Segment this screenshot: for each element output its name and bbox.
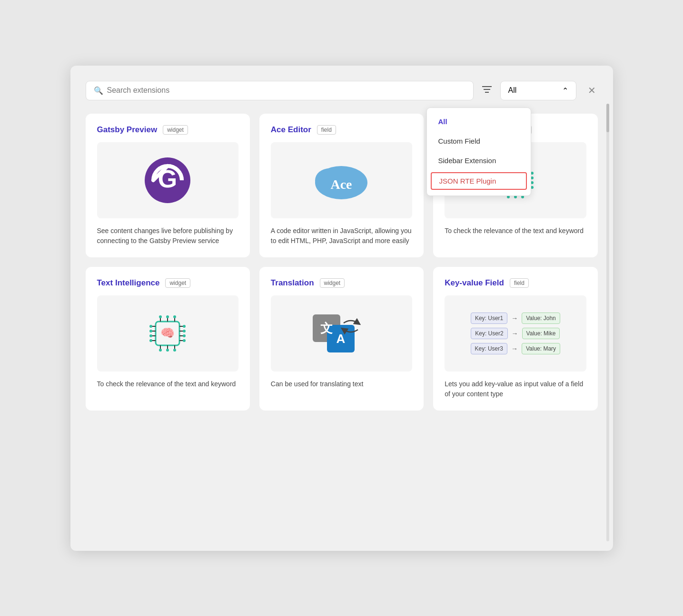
kv-val-3: Value: Mary [522, 343, 560, 354]
svg-point-67 [159, 349, 162, 352]
extensions-modal: 🔍 All ⌃ ✕ All Custom Field Sidebar Exten… [70, 66, 613, 551]
card-keyvalue-title: Key-value Field [445, 278, 504, 288]
chevron-up-icon: ⌃ [562, 86, 568, 95]
card-keyvalue-image: Key: User1 → Value: John Key: User2 → Va… [445, 295, 586, 372]
dropdown-item-sidebar-extension[interactable]: Sidebar Extension [427, 151, 531, 170]
card-text-intel-desc: To check the relevance of the text and k… [97, 379, 238, 389]
kv-key-3: Key: User3 [471, 343, 507, 354]
card-gatsby-badge: widget [163, 125, 188, 135]
card-keyvalue-badge: field [510, 278, 529, 288]
svg-text:文: 文 [320, 321, 333, 335]
svg-point-62 [183, 334, 186, 337]
kv-row-2: Key: User2 → Value: Mike [471, 328, 560, 339]
svg-text:A: A [337, 332, 346, 346]
type-dropdown-menu: All Custom Field Sidebar Extension JSON … [426, 108, 531, 196]
card-translation-title: Translation [271, 278, 314, 288]
kv-row-3: Key: User3 → Value: Mary [471, 343, 561, 354]
dropdown-item-custom-field[interactable]: Custom Field [427, 131, 531, 151]
search-icon: 🔍 [94, 86, 103, 95]
svg-point-61 [183, 330, 186, 332]
kv-row-1: Key: User1 → Value: John [471, 313, 560, 324]
svg-text:🧠: 🧠 [160, 326, 175, 340]
card-text-intelligence: Text Intelligence widget 🧠 [86, 267, 250, 411]
gatsby-logo-svg: G [144, 156, 191, 204]
filter-icon [482, 86, 492, 93]
card-gatsby-image: G [97, 142, 238, 218]
kv-illustration: Key: User1 → Value: John Key: User2 → Va… [471, 313, 561, 354]
card-ace-title: Ace Editor [271, 125, 311, 135]
search-box: 🔍 [86, 81, 474, 100]
svg-point-33 [531, 186, 534, 189]
svg-point-68 [166, 349, 169, 352]
svg-point-63 [183, 339, 186, 342]
scrollbar[interactable] [606, 104, 609, 541]
card-text-intel-image: 🧠 [97, 295, 238, 372]
card-gatsby-title: Gatsby Preview [97, 125, 158, 135]
card-keyvalue-header: Key-value Field field [445, 278, 586, 288]
dropdown-item-json-rte-plugin[interactable]: JSON RTE Plugin [431, 172, 527, 190]
search-input[interactable] [107, 86, 465, 95]
card-text-intel-title: Text Intelligence [97, 278, 160, 288]
card-ace-editor: Ace Editor field Ace A code editor writt… [259, 114, 424, 257]
dropdown-selected-label: All [508, 86, 517, 95]
svg-point-31 [531, 176, 534, 179]
translation-svg: 文 A [310, 310, 372, 357]
kv-key-2: Key: User2 [471, 328, 507, 339]
kv-val-1: Value: John [522, 313, 560, 324]
ai-chip-svg-2: 🧠 [144, 310, 191, 357]
card-translation-image: 文 A [271, 295, 412, 372]
card-translation: Translation widget 文 A [259, 267, 424, 411]
modal-header: 🔍 All ⌃ ✕ All Custom Field Sidebar Exten… [86, 81, 598, 100]
svg-point-30 [531, 172, 534, 175]
card-ace-desc: A code editor written in JavaScript, all… [271, 226, 412, 246]
scrollbar-thumb[interactable] [606, 104, 609, 132]
svg-point-64 [159, 315, 162, 318]
type-filter-dropdown[interactable]: All ⌃ [500, 81, 576, 100]
card-translation-header: Translation widget [271, 278, 412, 288]
svg-text:Ace: Ace [331, 177, 352, 192]
svg-text:G: G [158, 165, 177, 193]
card-translation-desc: Can be used for translating text [271, 379, 412, 389]
card-ace-badge: field [317, 125, 336, 135]
card-gatsby-preview: Gatsby Preview widget G See content chan… [86, 114, 250, 257]
svg-point-32 [531, 181, 534, 184]
close-button[interactable]: ✕ [586, 83, 598, 98]
card-text-intel-header: Text Intelligence widget [97, 278, 238, 288]
card-gatsby-header: Gatsby Preview widget [97, 125, 238, 135]
kv-arrow-2: → [512, 330, 518, 337]
card-xt-desc: To check the relevance of the text and k… [445, 226, 586, 236]
card-text-intel-badge: widget [165, 278, 190, 288]
svg-point-58 [149, 334, 152, 337]
svg-point-69 [173, 349, 176, 352]
svg-point-59 [149, 339, 152, 342]
svg-point-60 [183, 325, 186, 328]
kv-arrow-1: → [511, 314, 518, 322]
kv-arrow-3: → [511, 345, 518, 352]
filter-button[interactable] [479, 83, 495, 98]
svg-point-56 [149, 325, 152, 328]
card-ace-image: Ace [271, 142, 412, 218]
ace-logo-svg: Ace [308, 156, 375, 204]
svg-point-66 [173, 315, 176, 318]
card-gatsby-desc: See content changes live before publishi… [97, 226, 238, 246]
kv-key-1: Key: User1 [471, 313, 507, 324]
card-keyvalue-field: Key-value Field field Key: User1 → Value… [433, 267, 597, 411]
card-keyvalue-desc: Lets you add key-value as input value of… [445, 379, 586, 399]
dropdown-item-all[interactable]: All [427, 112, 531, 131]
card-ace-header: Ace Editor field [271, 125, 412, 135]
svg-point-57 [149, 330, 152, 332]
kv-val-2: Value: Mike [522, 328, 560, 339]
svg-point-65 [166, 315, 169, 318]
card-translation-badge: widget [320, 278, 345, 288]
